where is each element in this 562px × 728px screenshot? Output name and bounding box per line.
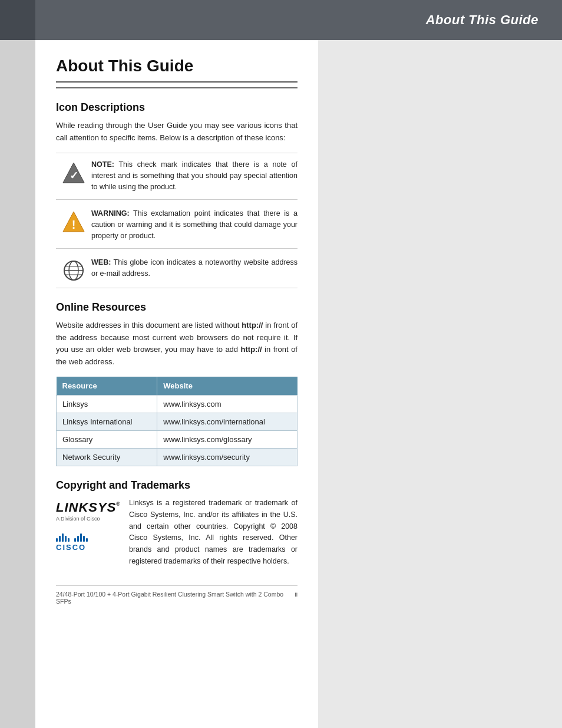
cisco-bar-4: [65, 536, 67, 542]
http-bold-2: http://: [241, 345, 262, 354]
copyright-section: Copyright and Trademarks LINKSYS ® A Div…: [56, 479, 297, 568]
warning-label: WARNING:: [91, 209, 130, 218]
page-container: About This Guide Icon Descriptions While…: [35, 40, 562, 728]
http-bold-1: http://: [242, 321, 263, 330]
header-bar: About This Guide: [0, 0, 562, 40]
cisco-logo: CISCO: [56, 533, 88, 552]
warning-icon-row: ! WARNING: This exclamation point indica…: [56, 208, 297, 249]
table-row: Glossary www.linksys.com/glossary: [57, 431, 297, 449]
title-divider: [56, 87, 297, 88]
table-body: Linksys www.linksys.com Linksys Internat…: [57, 396, 297, 466]
web-icon-cell: [56, 257, 91, 282]
linksys-logo: LINKSYS ® A Division of Cisco: [56, 500, 120, 522]
cisco-bar-3: [62, 533, 64, 542]
svg-text:!: !: [72, 218, 76, 231]
cisco-bar-10: [86, 538, 88, 542]
note-icon: ✓: [62, 162, 85, 184]
note-icon-row: ✓ NOTE: This check mark indicates that t…: [56, 153, 297, 200]
cisco-bars: [56, 533, 88, 542]
cisco-bar-7: [77, 536, 79, 542]
registered-mark: ®: [116, 501, 120, 507]
web-icon: [62, 259, 85, 282]
cisco-bar-1: [56, 538, 58, 542]
warning-icon: !: [62, 210, 85, 233]
page-wrapper: About This Guide About This Guide Icon D…: [0, 0, 562, 728]
note-icon-desc: NOTE: This check mark indicates that the…: [91, 159, 297, 193]
website-cell: www.linksys.com: [157, 396, 297, 413]
web-text: This globe icon indicates a noteworthy w…: [91, 258, 297, 278]
table-row: Network Security www.linksys.com/securit…: [57, 449, 297, 466]
copyright-text: Linksys is a registered trademark or tra…: [129, 498, 297, 568]
page-title: About This Guide: [56, 57, 297, 83]
icon-descriptions-heading: Icon Descriptions: [56, 101, 297, 114]
table-header: Resource Website: [57, 377, 297, 396]
warning-icon-cell: !: [56, 208, 91, 233]
resource-cell: Glossary: [57, 431, 157, 449]
footer-device: 24/48-Port 10/100 + 4-Port Gigabit Resil…: [56, 591, 295, 605]
linksys-division: A Division of Cisco: [56, 516, 100, 522]
cisco-bar-9: [83, 536, 85, 542]
svg-text:✓: ✓: [70, 170, 78, 182]
resource-cell: Network Security: [57, 449, 157, 466]
header-title: About This Guide: [426, 12, 538, 28]
warning-icon-desc: WARNING: This exclamation point indicate…: [91, 208, 297, 242]
copyright-inner: LINKSYS ® A Division of Cisco: [56, 498, 297, 568]
cisco-bar-group: [56, 533, 88, 542]
table-row: Linksys www.linksys.com: [57, 396, 297, 413]
website-cell: www.linksys.com/glossary: [157, 431, 297, 449]
icon-descriptions-intro: While reading through the User Guide you…: [56, 120, 297, 144]
note-icon-cell: ✓: [56, 159, 91, 184]
resource-cell: Linksys International: [57, 413, 157, 431]
cisco-bar-6: [74, 538, 76, 542]
note-label: NOTE:: [91, 160, 114, 169]
cisco-bar-8: [80, 533, 82, 542]
footer: 24/48-Port 10/100 + 4-Port Gigabit Resil…: [56, 585, 297, 605]
online-resources-intro: Website addresses in this document are l…: [56, 319, 297, 368]
linksys-name: LINKSYS: [56, 500, 116, 515]
right-col: [318, 40, 562, 728]
copyright-heading: Copyright and Trademarks: [56, 479, 297, 492]
col-website: Website: [157, 377, 297, 396]
footer-page-num: ii: [295, 591, 297, 605]
col-resource: Resource: [57, 377, 157, 396]
website-cell: www.linksys.com/international: [157, 413, 297, 431]
website-cell: www.linksys.com/security: [157, 449, 297, 466]
cisco-bar-2: [59, 536, 61, 542]
web-label: WEB:: [91, 258, 111, 266]
content-col: About This Guide Icon Descriptions While…: [35, 40, 318, 728]
cisco-bar-5: [68, 538, 70, 542]
web-icon-row: WEB: This globe icon indicates a notewor…: [56, 257, 297, 288]
logo-col: LINKSYS ® A Division of Cisco: [56, 498, 121, 552]
resource-cell: Linksys: [57, 396, 157, 413]
cisco-text: CISCO: [56, 543, 86, 552]
linksys-wordmark: LINKSYS ®: [56, 500, 120, 515]
resource-table: Resource Website Linksys www.linksys.com…: [56, 377, 297, 466]
online-resources-heading: Online Resources: [56, 301, 297, 314]
table-header-row: Resource Website: [57, 377, 297, 396]
web-icon-desc: WEB: This globe icon indicates a notewor…: [91, 257, 297, 280]
table-row: Linksys International www.linksys.com/in…: [57, 413, 297, 431]
note-text: This check mark indicates that there is …: [91, 160, 297, 192]
